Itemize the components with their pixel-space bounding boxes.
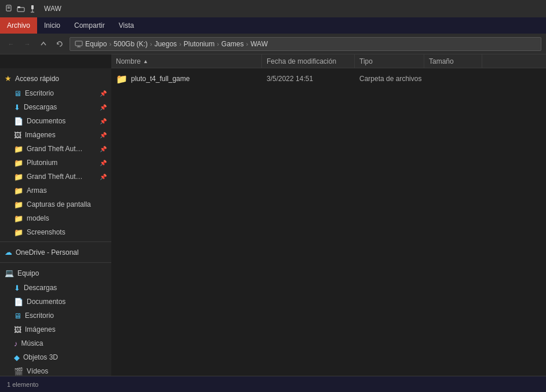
- menu-compartir[interactable]: Compartir: [67, 17, 112, 34]
- pin-icon: 📌: [100, 174, 107, 180]
- menu-archivo[interactable]: Archivo: [0, 17, 37, 34]
- sidebar-item-models[interactable]: 📁 models: [0, 211, 111, 225]
- folder-icon: 📁: [14, 173, 23, 181]
- star-icon: ★: [5, 74, 12, 83]
- sidebar-item-capturas[interactable]: 📁 Capturas de pantalla: [0, 197, 111, 211]
- menu-vista[interactable]: Vista: [112, 17, 141, 34]
- col-header-date[interactable]: Fecha de modificación: [262, 54, 355, 68]
- file-new-icon: [5, 4, 14, 13]
- cube-icon: ◆: [14, 353, 20, 362]
- menu-bar: Archivo Inicio Compartir Vista: [0, 17, 546, 34]
- onedrive-label: OneDrive - Personal: [16, 248, 79, 257]
- svg-rect-8: [75, 41, 82, 46]
- file-open-icon: [16, 4, 26, 13]
- title-bar: WAW: [0, 0, 546, 17]
- sidebar-quick-access-header[interactable]: ★ Acceso rápido: [0, 71, 111, 86]
- main-area: ★ Acceso rápido 🖥 Escritorio 📌 ⬇ Descarg…: [0, 68, 546, 376]
- music-icon: ♪: [14, 339, 18, 348]
- sidebar: ★ Acceso rápido 🖥 Escritorio 📌 ⬇ Descarg…: [0, 68, 111, 376]
- desktop-icon: 🖥: [14, 312, 21, 320]
- sidebar-item-eq-descargas[interactable]: ⬇ Descargas: [0, 281, 111, 295]
- col-header-type[interactable]: Tipo: [355, 54, 424, 68]
- sidebar-item-eq-musica[interactable]: ♪ Música: [0, 336, 111, 350]
- nav-up-button[interactable]: [37, 38, 50, 50]
- quick-access-label: Acceso rápido: [15, 75, 59, 83]
- svg-rect-5: [31, 5, 34, 9]
- sidebar-item-eq-3d[interactable]: ◆ Objetos 3D: [0, 350, 111, 364]
- sidebar-item-armas[interactable]: 📁 Armas: [0, 184, 111, 197]
- pin-icon: [28, 4, 37, 13]
- pin-icon: 📌: [100, 146, 107, 152]
- sidebar-item-escritorio[interactable]: 🖥 Escritorio 📌: [0, 86, 111, 100]
- menu-inicio[interactable]: Inicio: [37, 17, 67, 34]
- file-date-col: 3/5/2022 14:51: [267, 75, 359, 83]
- status-text: 1 elemento: [7, 381, 38, 388]
- pin-icon: 📌: [100, 104, 107, 111]
- sidebar-item-eq-documentos[interactable]: 📄 Documentos: [0, 295, 111, 309]
- path-games: Games: [221, 40, 244, 48]
- pin-icon: 📌: [100, 118, 107, 124]
- nav-forward-button[interactable]: →: [21, 38, 34, 50]
- file-item-pluto[interactable]: 📁 pluto_t4_full_game 3/5/2022 14:51 Carp…: [111, 71, 546, 87]
- folder-icon: 📁: [116, 74, 128, 85]
- sidebar-item-eq-escritorio[interactable]: 🖥 Escritorio: [0, 309, 111, 323]
- status-bar: 1 elemento: [0, 376, 546, 392]
- address-bar: ← → Equipo › 500Gb (K:) › Juegos › Pluto…: [0, 34, 546, 54]
- column-headers: Nombre ▲ Fecha de modificación Tipo Tama…: [111, 54, 546, 68]
- folder-icon: 📁: [14, 214, 23, 223]
- folder-icon: 📁: [14, 145, 23, 153]
- col-header-name[interactable]: Nombre ▲: [111, 54, 262, 68]
- nav-refresh-button[interactable]: [53, 38, 66, 50]
- sidebar-item-eq-videos[interactable]: 🎬 Vídeos: [0, 364, 111, 376]
- equipo-label: Equipo: [17, 269, 39, 277]
- folder-icon: 📁: [14, 200, 23, 209]
- docs-icon: 📄: [14, 298, 23, 306]
- divider2: [0, 262, 111, 263]
- divider: [0, 241, 111, 242]
- sidebar-item-gta-iv[interactable]: 📁 Grand Theft Auto IV C 📌: [0, 170, 111, 184]
- docs-icon: 📄: [14, 117, 23, 126]
- sidebar-item-eq-imagenes[interactable]: 🖼 Imágenes: [0, 323, 111, 336]
- sidebar-item-descargas[interactable]: ⬇ Descargas 📌: [0, 100, 111, 114]
- sidebar-item-plutonium[interactable]: 📁 Plutonium 📌: [0, 156, 111, 170]
- content-area[interactable]: 📁 pluto_t4_full_game 3/5/2022 14:51 Carp…: [111, 68, 546, 376]
- folder-icon: 🖥: [14, 89, 21, 98]
- sidebar-item-imagenes[interactable]: 🖼 Imágenes 📌: [0, 128, 111, 142]
- sidebar-equipo-header[interactable]: 💻 Equipo: [0, 265, 111, 281]
- sidebar-onedrive-header[interactable]: ☁ OneDrive - Personal: [0, 244, 111, 260]
- pin-icon: 📌: [100, 160, 107, 166]
- download-icon: ⬇: [14, 284, 20, 292]
- video-icon: 🎬: [14, 367, 23, 376]
- computer-icon: [75, 40, 83, 48]
- address-path[interactable]: Equipo › 500Gb (K:) › Juegos › Plutonium…: [70, 37, 541, 51]
- sidebar-item-documentos[interactable]: 📄 Documentos 📌: [0, 114, 111, 128]
- download-icon: ⬇: [14, 103, 20, 112]
- images-icon: 🖼: [14, 131, 21, 140]
- nav-back-button[interactable]: ←: [5, 38, 17, 50]
- cloud-icon: ☁: [5, 248, 12, 257]
- pin-icon: 📌: [100, 90, 107, 97]
- col-header-size[interactable]: Tamaño: [424, 54, 482, 68]
- path-juegos: Juegos: [154, 40, 177, 48]
- window-title: WAW: [44, 5, 61, 13]
- folder-icon: 📁: [14, 228, 23, 237]
- svg-rect-4: [17, 8, 24, 12]
- computer-icon: 💻: [5, 269, 14, 277]
- pin-icon: 📌: [100, 132, 107, 138]
- images-icon: 🖼: [14, 325, 21, 334]
- file-name-col: 📁 pluto_t4_full_game: [116, 74, 267, 85]
- sidebar-item-screenshots[interactable]: 📁 Screenshots: [0, 225, 111, 239]
- path-equipo: Equipo: [85, 40, 107, 48]
- title-bar-icons: [5, 4, 37, 13]
- folder-icon: 📁: [14, 159, 23, 167]
- path-waw: WAW: [250, 40, 268, 48]
- path-plutonium: Plutonium: [184, 40, 214, 48]
- folder-icon: 📁: [14, 186, 23, 195]
- file-type-col: Carpeta de archivos: [359, 75, 429, 83]
- path-drive: 500Gb (K:): [114, 40, 148, 48]
- sidebar-item-gta-san[interactable]: 📁 Grand Theft Auto San 📌: [0, 142, 111, 156]
